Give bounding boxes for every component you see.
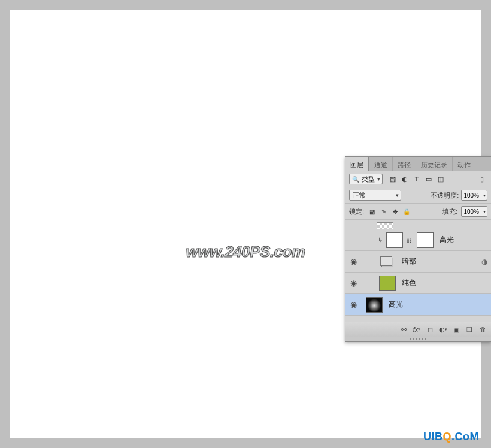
visibility-icon[interactable]: ◉	[350, 257, 357, 266]
layer-name[interactable]: 纯色	[402, 278, 416, 288]
link-icon: ⛓	[407, 237, 412, 243]
group-icon[interactable]: ▣	[450, 324, 462, 335]
visibility-icon[interactable]: ◉	[350, 279, 357, 287]
layer-name[interactable]: 高光	[389, 299, 403, 310]
fill-label: 填充:	[442, 207, 457, 216]
opacity-input[interactable]: 100% ▾	[461, 190, 487, 201]
panel-footer: ⚯ fx▾ ◻ ◐▾ ▣ ❏ 🗑	[345, 322, 491, 337]
lock-label: 锁定:	[349, 207, 364, 216]
layers-list: ↳ ⛓ 高光 ◉ 暗部 ◑ ◉ 纯色 ◉ 高光	[345, 220, 491, 322]
filter-toggle-icon[interactable]: ▯	[477, 174, 487, 184]
opacity-label: 不透明度:	[431, 191, 459, 200]
layer-row-highlight-clip[interactable]: ↳ ⛓ 高光	[345, 229, 491, 251]
clip-arrow-icon: ↳	[378, 237, 383, 243]
chevron-down-icon: ▾	[396, 192, 399, 198]
filter-shape-icon[interactable]: ▭	[423, 174, 434, 184]
layer-thumb[interactable]	[386, 232, 403, 248]
layer-filter-row: 🔍 类型 ▾ ▧ ◐ T ▭ ◫ ▯	[345, 171, 491, 187]
mask-thumb[interactable]	[417, 232, 434, 248]
filter-smart-icon[interactable]: ◫	[435, 174, 446, 184]
clipping-indicator-row	[345, 220, 491, 229]
lock-row: 锁定: ▩ ✎ ✥ 🔒 填充: 100% ▾	[345, 204, 491, 220]
panel-tabs: 图层 通道 路径 历史记录 动作	[345, 157, 491, 171]
search-icon: 🔍	[352, 176, 359, 183]
tab-history[interactable]: 历史记录	[416, 157, 452, 171]
layer-thumb[interactable]	[366, 297, 383, 313]
mask-icon[interactable]: ◻	[424, 324, 436, 335]
chevron-down-icon[interactable]: ▾	[481, 209, 487, 214]
tab-paths[interactable]: 路径	[392, 157, 416, 171]
expand-icon[interactable]: ◑	[481, 258, 487, 266]
panel-collapse-handle[interactable]	[345, 337, 491, 341]
chevron-down-icon: ▾	[377, 176, 380, 182]
tab-actions[interactable]: 动作	[452, 157, 475, 171]
layers-panel: 图层 通道 路径 历史记录 动作 🔍 类型 ▾ ▧ ◐ T ▭ ◫ ▯ 正常 ▾…	[345, 156, 491, 342]
layer-row-highlight-selected[interactable]: ◉ 高光	[345, 294, 491, 316]
trash-icon[interactable]: 🗑	[477, 324, 489, 335]
clipping-thumb	[377, 222, 393, 229]
layer-name[interactable]: 暗部	[402, 256, 416, 267]
lock-pixels-icon[interactable]: ✎	[379, 207, 388, 216]
adjustment-icon[interactable]: ◐▾	[437, 324, 449, 335]
fill-input[interactable]: 100% ▾	[461, 206, 487, 217]
new-layer-icon[interactable]: ❏	[463, 324, 475, 335]
lock-transparency-icon[interactable]: ▩	[368, 207, 377, 216]
lock-all-icon[interactable]: 🔒	[402, 207, 411, 216]
visibility-icon[interactable]: ◉	[350, 300, 357, 309]
link-layers-icon[interactable]: ⚯	[398, 324, 410, 335]
layer-filter-select[interactable]: 🔍 类型 ▾	[349, 174, 383, 184]
lock-position-icon[interactable]: ✥	[390, 207, 399, 216]
layer-row-shadow-group[interactable]: ◉ 暗部 ◑	[345, 251, 491, 273]
filter-type-icon[interactable]: T	[411, 174, 422, 184]
layer-thumb[interactable]	[379, 276, 396, 291]
fx-icon[interactable]: fx▾	[411, 324, 423, 335]
filter-adjust-icon[interactable]: ◐	[399, 174, 410, 184]
group-thumb[interactable]	[379, 254, 396, 270]
layer-row-solid-color[interactable]: ◉ 纯色	[345, 273, 491, 294]
blend-mode-select[interactable]: 正常 ▾	[349, 190, 401, 201]
tab-layers[interactable]: 图层	[345, 157, 369, 171]
blend-row: 正常 ▾ 不透明度: 100% ▾	[345, 187, 491, 204]
chevron-down-icon[interactable]: ▾	[481, 193, 487, 198]
brand-logo: UiBQ.CoM	[423, 431, 479, 443]
layer-name[interactable]: 高光	[440, 235, 454, 245]
filter-pixel-icon[interactable]: ▧	[387, 174, 398, 184]
tab-channels[interactable]: 通道	[369, 157, 392, 171]
